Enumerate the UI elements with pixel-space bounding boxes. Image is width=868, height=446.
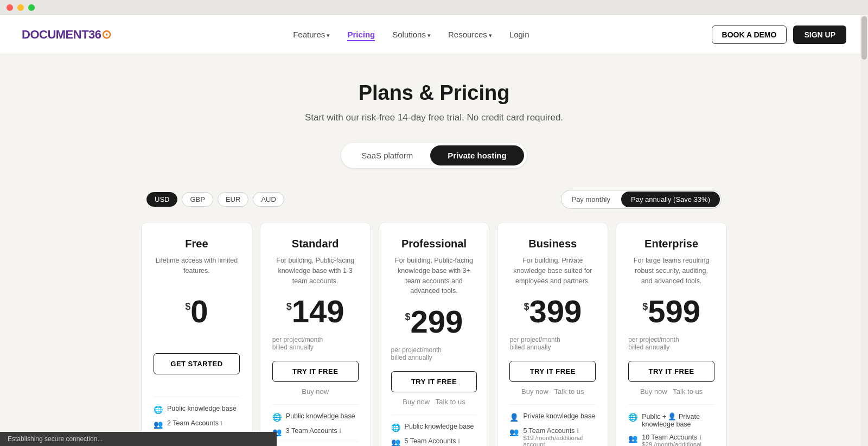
- minimize-dot[interactable]: [17, 4, 24, 11]
- nav-buttons: BOOK A DEMO SIGN UP: [712, 26, 846, 44]
- plan-pro-price: $299: [391, 306, 477, 337]
- info-icon: ℹ: [699, 434, 701, 441]
- currency-gbp[interactable]: GBP: [182, 192, 213, 207]
- buy-now-link[interactable]: Buy now: [521, 387, 548, 396]
- plan-free-price: $0: [154, 296, 240, 327]
- feature-detail: 10 Team Accounts ℹ $29 /month/additional…: [642, 434, 714, 446]
- plan-standard: Standard For building, Public-facing kno…: [260, 222, 371, 446]
- team-icon: 👥: [628, 434, 637, 443]
- plan-ent-price: $599: [628, 296, 714, 327]
- feature-item: 🌐 Public knowledge base: [154, 405, 240, 414]
- plan-ent-num: 599: [648, 294, 700, 329]
- nav-item-features[interactable]: Features: [293, 30, 330, 40]
- nav-link-resources[interactable]: Resources: [448, 30, 492, 39]
- plan-pro-num: 299: [411, 304, 463, 339]
- plan-standard-accordion[interactable]: Features included ▾: [272, 442, 359, 446]
- currency-eur[interactable]: EUR: [218, 192, 248, 207]
- plan-biz-period: per project/month billed annually: [509, 336, 596, 351]
- navbar: DOCUMENT36⊙ Features Pricing Solutions R…: [0, 15, 868, 54]
- plan-biz-sym: $: [524, 301, 529, 313]
- plan-biz-cta[interactable]: TRY IT FREE: [509, 361, 596, 382]
- feature-text: 3 Team Accounts ℹ: [286, 427, 341, 435]
- talk-to-us-link[interactable]: Talk to us: [673, 387, 703, 396]
- logo[interactable]: DOCUMENT36⊙: [22, 28, 111, 42]
- plan-standard-num: 149: [292, 294, 344, 329]
- plan-standard-links: Buy now: [272, 387, 359, 396]
- scrollbar-thumb[interactable]: [861, 16, 867, 60]
- plan-free-name: Free: [154, 238, 240, 250]
- book-demo-button[interactable]: BOOK A DEMO: [712, 26, 787, 44]
- nav-item-pricing[interactable]: Pricing: [347, 30, 375, 40]
- plan-free-cta[interactable]: GET STARTED: [154, 353, 240, 374]
- buy-now-link[interactable]: Buy now: [640, 387, 667, 396]
- plan-professional: Professional For building, Public-facing…: [379, 222, 490, 446]
- feature-item: 👥 3 Team Accounts ℹ: [272, 427, 359, 436]
- talk-to-us-link[interactable]: Talk to us: [554, 387, 584, 396]
- feature-item: 👥 10 Team Accounts ℹ $29 /month/addition…: [628, 434, 714, 446]
- hero-subtitle: Start with our risk-free 14-day free tri…: [0, 112, 868, 123]
- globe-icon: 🌐: [391, 423, 400, 432]
- plan-standard-name: Standard: [272, 238, 359, 250]
- billing-pills: Pay monthly Pay annually (Save 33%): [561, 190, 722, 209]
- billing-annually[interactable]: Pay annually (Save 33%): [621, 192, 720, 207]
- plan-ent-cta[interactable]: TRY IT FREE: [628, 361, 714, 382]
- plan-biz-name: Business: [509, 238, 596, 250]
- plan-standard-period: per project/month billed annually: [272, 336, 359, 351]
- nav-link-features[interactable]: Features: [293, 30, 330, 39]
- billing-monthly[interactable]: Pay monthly: [561, 190, 620, 208]
- buy-now-link[interactable]: Buy now: [302, 387, 329, 396]
- globe-icon: 🌐: [272, 413, 282, 422]
- logo-o: ⊙: [101, 28, 111, 41]
- toggle-private[interactable]: Private hosting: [430, 145, 524, 165]
- currency-usd[interactable]: USD: [146, 192, 177, 207]
- nav-item-resources[interactable]: Resources: [448, 30, 492, 40]
- info-icon: ℹ: [458, 438, 460, 444]
- plan-pro-name: Professional: [391, 238, 477, 250]
- plan-biz-features: 👤 Private knowledge base 👥 5 Team Accoun…: [509, 404, 596, 446]
- plan-ent-desc: For large teams requiring robust securit…: [628, 256, 714, 286]
- toggle-saas[interactable]: SaaS platform: [344, 145, 430, 165]
- plan-free-features: 🌐 Public knowledge base 👥 2 Team Account…: [154, 397, 240, 429]
- plan-standard-cta[interactable]: TRY IT FREE: [272, 361, 359, 382]
- nav-link-solutions[interactable]: Solutions: [392, 30, 431, 39]
- team-icon: 👥: [391, 438, 400, 446]
- plan-pro-period: per project/month billed annually: [391, 346, 477, 361]
- plan-ent-features: 🌐 Public + 👤 Private knowledge base 👥 10…: [628, 404, 714, 446]
- feature-detail: 5 Team Accounts ℹ $19 /month/additional …: [405, 437, 477, 446]
- plan-biz-price: $399: [509, 296, 596, 327]
- feature-item: 👥 5 Team Accounts ℹ $19 /month/additiona…: [391, 437, 477, 446]
- plan-standard-sym: $: [286, 301, 292, 313]
- talk-to-us-link[interactable]: Talk to us: [436, 398, 465, 406]
- globe-icon: 🌐: [628, 413, 637, 422]
- plan-pro-cta[interactable]: TRY IT FREE: [391, 371, 477, 392]
- plan-pro-desc: For building, Public-facing knowledge ba…: [391, 256, 477, 296]
- globe-icon: 🌐: [154, 405, 163, 414]
- nav-link-pricing[interactable]: Pricing: [347, 30, 375, 41]
- sign-up-button[interactable]: SIGN UP: [793, 26, 846, 44]
- currency-aud[interactable]: AUD: [253, 192, 284, 207]
- plan-free: Free Lifetime access with limited featur…: [141, 222, 252, 446]
- close-dot[interactable]: [7, 4, 13, 11]
- plan-ent-links: Buy now Talk to us: [628, 387, 714, 396]
- info-icon: ℹ: [339, 428, 341, 434]
- feature-detail: 5 Team Accounts ℹ $19 /month/additional …: [523, 427, 596, 446]
- plan-free-num: 0: [190, 294, 208, 329]
- nav-item-solutions[interactable]: Solutions: [392, 30, 431, 40]
- plan-standard-features: 🌐 Public knowledge base 👥 3 Team Account…: [272, 404, 359, 436]
- toggle-wrapper: SaaS platform Private hosting: [341, 143, 526, 168]
- plan-ent-period: per project/month billed annually: [628, 336, 714, 351]
- team-icon: 👥: [509, 428, 519, 436]
- feature-text: 5 Team Accounts ℹ: [523, 427, 596, 435]
- fullscreen-dot[interactable]: [28, 4, 35, 11]
- buy-now-link[interactable]: Buy now: [403, 398, 430, 406]
- nav-link-login[interactable]: Login: [509, 30, 529, 39]
- plan-pro-sym: $: [405, 311, 411, 323]
- nav-item-login[interactable]: Login: [509, 30, 529, 40]
- feature-text: Public knowledge base: [405, 423, 474, 430]
- feature-item: 👥 5 Team Accounts ℹ $19 /month/additiona…: [509, 427, 596, 446]
- platform-toggle: SaaS platform Private hosting: [0, 143, 868, 168]
- feature-item: 🌐 Public + 👤 Private knowledge base: [628, 412, 714, 428]
- scrollbar[interactable]: [860, 15, 868, 446]
- plan-pro-features: 🌐 Public knowledge base 👥 5 Team Account…: [391, 415, 477, 446]
- feature-item: 🌐 Public knowledge base: [391, 423, 477, 432]
